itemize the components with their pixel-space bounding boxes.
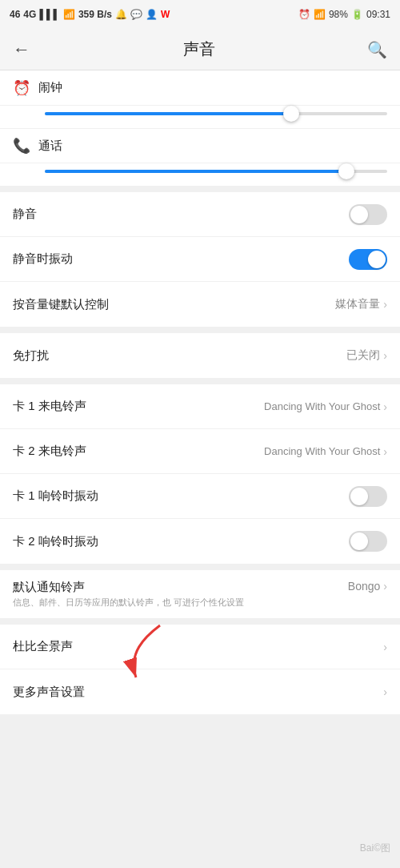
- carrier-label: 46: [10, 9, 20, 20]
- card1-ring-value: Dancing With Your Ghost: [264, 400, 380, 412]
- call-icon: 📞: [13, 137, 38, 155]
- silent-label: 静音: [13, 207, 349, 222]
- card2-vibrate-label: 卡 2 响铃时振动: [13, 534, 349, 549]
- more-sound-arrow: ›: [383, 685, 387, 698]
- notification-ring-row[interactable]: 默认通知铃声 信息、邮件、日历等应用的默认铃声，也 可进行个性化设置 Bongo…: [0, 570, 400, 618]
- status-bar: 46 4G ▌▌▌ 📶 359 B/s 🔔 💬 👤 W ⏰ 📶 98% 🔋 09…: [0, 0, 400, 29]
- volume-key-label: 按音量键默认控制: [13, 297, 335, 312]
- silent-toggle[interactable]: [349, 204, 387, 225]
- notification-ring-content: 默认通知铃声 信息、邮件、日历等应用的默认铃声，也 可进行个性化设置: [13, 580, 348, 609]
- status-right: ⏰ 📶 98% 🔋 09:31: [298, 9, 390, 20]
- wifi-icon: 📶: [63, 9, 75, 20]
- card2-vibrate-knob: [350, 532, 368, 550]
- dnd-row[interactable]: 免打扰 已关闭 ›: [0, 333, 400, 378]
- call-row: 📞 通话: [0, 128, 400, 163]
- back-button[interactable]: ←: [13, 39, 30, 60]
- card1-ring-arrow: ›: [383, 400, 387, 413]
- volume-key-value: 媒体音量: [335, 297, 380, 311]
- silent-vibrate-toggle[interactable]: [349, 249, 387, 270]
- notification-ring-label: 默认通知铃声: [13, 580, 348, 595]
- signal-bars: ▌▌▌: [39, 9, 60, 20]
- call-slider-fill: [45, 170, 346, 173]
- card1-vibrate-label: 卡 1 响铃时振动: [13, 488, 349, 504]
- volume-card: ⏰ 闹钟 📞 通话: [0, 70, 400, 186]
- card2-ring-label: 卡 2 来电铃声: [13, 444, 264, 459]
- dolby-label: 杜比全景声: [13, 639, 383, 654]
- notification-ring-value: Bongo: [348, 580, 380, 593]
- silent-row[interactable]: 静音: [0, 192, 400, 237]
- status-left: 46 4G ▌▌▌ 📶 359 B/s 🔔 💬 👤 W: [10, 9, 170, 20]
- settings-content: ⏰ 闹钟 📞 通话: [0, 70, 400, 714]
- card1-vibrate-toggle[interactable]: [349, 486, 387, 507]
- dolby-arrow: ›: [383, 641, 387, 653]
- dnd-card: 免打扰 已关闭 ›: [0, 333, 400, 378]
- extra-settings-card: 杜比全景声 › 更多声音设置 ›: [0, 625, 400, 714]
- notification-icon: 🔔: [115, 9, 127, 20]
- card2-vibrate-toggle[interactable]: [349, 531, 387, 552]
- page-title: 声音: [183, 38, 215, 60]
- dnd-value: 已关闭: [346, 348, 380, 363]
- ringtone-card: 卡 1 来电铃声 Dancing With Your Ghost › 卡 2 来…: [0, 384, 400, 564]
- card1-vibrate-knob: [350, 488, 368, 505]
- silent-card: 静音 静音时振动 按音量键默认控制 媒体音量 ›: [0, 192, 400, 327]
- dnd-arrow: ›: [383, 349, 387, 362]
- signal-4g: 4G: [23, 9, 36, 20]
- card2-ring-value: Dancing With Your Ghost: [264, 445, 380, 457]
- alarm-slider-row[interactable]: [0, 106, 400, 128]
- card2-ring-row[interactable]: 卡 2 来电铃声 Dancing With Your Ghost ›: [0, 429, 400, 474]
- watermark: Bai©图: [360, 842, 390, 855]
- call-label: 通话: [38, 139, 387, 154]
- call-slider-thumb[interactable]: [338, 163, 354, 179]
- dnd-label: 免打扰: [13, 348, 346, 364]
- dolby-row[interactable]: 杜比全景声 ›: [0, 625, 400, 669]
- time-label: 09:31: [366, 9, 390, 20]
- alarm-row: ⏰ 闹钟: [0, 70, 400, 106]
- silent-toggle-knob: [350, 206, 368, 223]
- card1-ring-label: 卡 1 来电铃声: [13, 399, 264, 414]
- notification-ring-desc: 信息、邮件、日历等应用的默认铃声，也 可进行个性化设置: [13, 597, 348, 609]
- silent-vibrate-row[interactable]: 静音时振动: [0, 237, 400, 282]
- more-sound-label: 更多声音设置: [13, 685, 383, 700]
- alarm-clock-icon: ⏰: [298, 9, 310, 20]
- alarm-icon: ⏰: [13, 79, 38, 97]
- screen: 46 4G ▌▌▌ 📶 359 B/s 🔔 💬 👤 W ⏰ 📶 98% 🔋 09…: [0, 0, 400, 868]
- alarm-label: 闹钟: [38, 80, 387, 95]
- extra-icon: W: [161, 9, 170, 20]
- card1-ring-row[interactable]: 卡 1 来电铃声 Dancing With Your Ghost ›: [0, 384, 400, 429]
- silent-vibrate-label: 静音时振动: [13, 251, 349, 267]
- more-sound-wrapper: 更多声音设置 ›: [0, 669, 400, 714]
- user-icon: 👤: [146, 9, 158, 20]
- battery-icon: 🔋: [351, 9, 363, 20]
- battery-label: 98%: [329, 9, 348, 20]
- chat-icon: 💬: [130, 9, 142, 20]
- volume-key-row[interactable]: 按音量键默认控制 媒体音量 ›: [0, 282, 400, 327]
- network-speed: 359 B/s: [78, 9, 112, 20]
- notification-ring-arrow: ›: [383, 580, 387, 593]
- call-slider-row[interactable]: [0, 163, 400, 186]
- silent-vibrate-toggle-knob: [368, 251, 386, 268]
- call-slider-track[interactable]: [45, 170, 387, 173]
- notification-card: 默认通知铃声 信息、邮件、日历等应用的默认铃声，也 可进行个性化设置 Bongo…: [0, 570, 400, 618]
- card2-vibrate-row[interactable]: 卡 2 响铃时振动: [0, 519, 400, 564]
- nav-bar: ← 声音 🔍: [0, 29, 400, 70]
- volume-key-arrow: ›: [383, 298, 387, 311]
- search-button[interactable]: 🔍: [367, 40, 387, 59]
- more-sound-row[interactable]: 更多声音设置 ›: [0, 669, 400, 714]
- alarm-slider-fill: [45, 112, 291, 115]
- alarm-slider-track[interactable]: [45, 112, 387, 115]
- card1-vibrate-row[interactable]: 卡 1 响铃时振动: [0, 474, 400, 519]
- alarm-slider-thumb[interactable]: [283, 106, 299, 122]
- card2-ring-arrow: ›: [383, 445, 387, 458]
- bluetooth-icon: 📶: [314, 9, 326, 20]
